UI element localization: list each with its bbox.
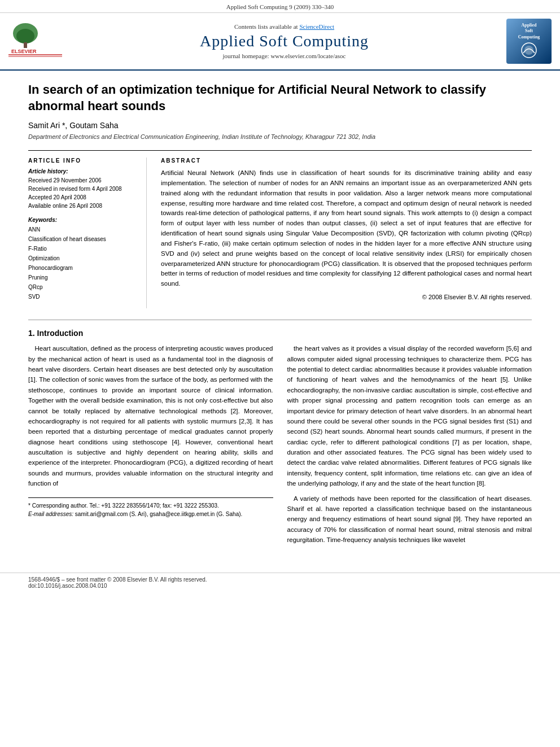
intro-heading: 1. Introduction	[28, 329, 532, 338]
applied-soft-computing-logo: AppliedSoftComputing	[506, 19, 552, 64]
intro-right-text: the heart valves as it provides a visual…	[287, 343, 532, 545]
sciencedirect-link-text[interactable]: ScienceDirect	[299, 23, 334, 30]
page-wrapper: Applied Soft Computing 9 (2009) 330–340 …	[0, 0, 560, 592]
affiliation: Department of Electronics and Electrical…	[28, 133, 532, 140]
footer-issn: 1568-4946/$ – see front matter © 2008 El…	[28, 576, 532, 583]
journal-citation: Applied Soft Computing 9 (2009) 330–340	[226, 3, 334, 10]
intro-right-col: the heart valves as it provides a visual…	[287, 343, 532, 549]
abstract-label: ABSTRACT	[161, 158, 532, 164]
footnote-corresponding: * Corresponding author. Tel.: +91 3222 2…	[28, 501, 273, 510]
footnote-area: * Corresponding author. Tel.: +91 3222 2…	[28, 497, 273, 518]
keywords-group: Keywords: ANN Classification of heart di…	[28, 217, 138, 302]
intro-left-text: Heart auscultation, defined as the proce…	[28, 343, 273, 488]
abstract-col: ABSTRACT Artificial Neural Network (ANN)…	[161, 158, 532, 308]
svg-rect-3	[24, 42, 27, 48]
abstract-text: Artificial Neural Network (ANN) finds us…	[161, 168, 532, 289]
top-bar: Applied Soft Computing 9 (2009) 330–340	[0, 0, 560, 13]
applied-soft-logo-container: AppliedSoftComputing	[504, 19, 552, 64]
footer-doi: doi:10.1016/j.asoc.2008.04.010	[28, 583, 532, 589]
copyright: © 2008 Elsevier B.V. All rights reserved…	[161, 294, 532, 300]
sciencedirect-line: Contents lists available at ScienceDirec…	[65, 23, 504, 30]
article-history: Article history: Received 29 November 20…	[28, 168, 138, 210]
authors: Samit Ari *, Goutam Saha	[28, 121, 532, 130]
article-info-label: ARTICLE INFO	[28, 158, 138, 164]
intro-body: Heart auscultation, defined as the proce…	[28, 343, 532, 549]
journal-center: Contents lists available at ScienceDirec…	[65, 23, 504, 59]
main-content: In search of an optimization technique f…	[0, 71, 560, 561]
intro-para-2: the heart valves as it provides a visual…	[287, 343, 532, 488]
intro-left-col: Heart auscultation, defined as the proce…	[28, 343, 273, 549]
article-title: In search of an optimization technique f…	[28, 82, 532, 114]
intro-para-3: A variety of methods have been reported …	[287, 493, 532, 545]
article-info-abstract-row: ARTICLE INFO Article history: Received 2…	[28, 150, 532, 308]
journal-title: Applied Soft Computing	[65, 32, 504, 50]
page-footer: 1568-4946/$ – see front matter © 2008 El…	[0, 573, 560, 592]
journal-header: ELSEVIER Contents lists available at Sci…	[0, 13, 560, 71]
article-info-col: ARTICLE INFO Article history: Received 2…	[28, 158, 147, 308]
footnote-email: E-mail addresses: samit.ari@gmail.com (S…	[28, 510, 273, 518]
keywords-list: ANN Classification of heart diseases F-R…	[28, 225, 138, 302]
svg-text:ELSEVIER: ELSEVIER	[11, 49, 37, 54]
elsevier-logo: ELSEVIER	[8, 22, 65, 61]
svg-point-2	[16, 29, 34, 43]
journal-homepage: journal homepage: www.elsevier.com/locat…	[65, 53, 504, 59]
intro-para-1: Heart auscultation, defined as the proce…	[28, 343, 273, 488]
section-divider	[28, 320, 532, 320]
